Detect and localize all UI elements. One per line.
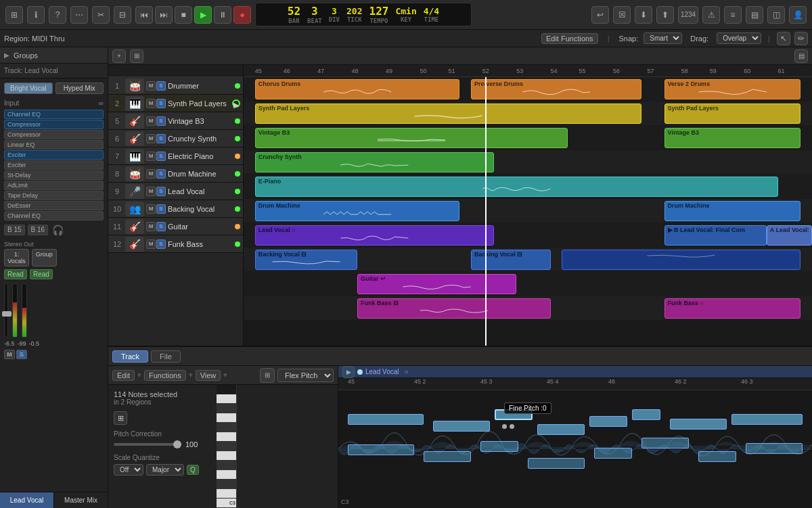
clip-backing-vocal-3[interactable] xyxy=(562,250,800,270)
tab-lead-vocal[interactable]: Lead Vocal xyxy=(0,492,54,508)
record-btn[interactable]: ● xyxy=(233,6,251,24)
track-name-funk-bass[interactable]: Funk Bass xyxy=(168,240,233,248)
help-btn[interactable]: ? xyxy=(49,6,66,24)
piano-key-gb3[interactable] xyxy=(217,480,236,489)
b3-mute-btn[interactable]: M xyxy=(146,116,156,126)
flex-note-14[interactable] xyxy=(641,438,689,448)
apple-menu-btn[interactable]: ⊞ xyxy=(5,6,23,24)
scale-off-select[interactable]: Off xyxy=(114,464,143,476)
add-track-btn[interactable]: + xyxy=(112,49,126,63)
clip-synth-pad-2[interactable]: Synth Pad Layers xyxy=(664,103,801,124)
clip-lead-vocal-3[interactable]: A Lead Vocal: Final Co xyxy=(767,225,812,246)
crunchy-mute-btn[interactable]: M xyxy=(146,134,156,143)
send-b16[interactable]: B 16 xyxy=(28,225,49,235)
group-btn[interactable]: Group xyxy=(32,249,57,267)
flex-note-16[interactable] xyxy=(746,443,803,454)
pause-btn[interactable]: ⏸ xyxy=(214,6,231,24)
bottom-functions-btn[interactable]: Functions xyxy=(144,370,186,381)
settings-btn[interactable]: 👤 xyxy=(789,6,807,24)
channel-name-btn[interactable]: Bright Vocal xyxy=(4,83,53,94)
groups-row[interactable]: ▶ Groups xyxy=(0,47,108,64)
epiano-solo-btn[interactable]: S xyxy=(156,152,166,161)
drum-mute-btn[interactable]: M xyxy=(146,169,156,179)
flex-note-1[interactable] xyxy=(348,414,424,425)
send-b15[interactable]: B 15 xyxy=(4,225,25,235)
flex-note-9[interactable] xyxy=(348,444,414,455)
plugin-st-delay[interactable]: St-Delay xyxy=(4,170,104,180)
crunchy-solo-btn[interactable]: S xyxy=(156,134,166,143)
epiano-mute-btn[interactable]: M xyxy=(146,152,156,161)
rewind-btn[interactable]: ⏮ xyxy=(135,6,153,24)
track-name-lead-vocal[interactable]: Lead Vocal xyxy=(168,187,233,195)
flex-note-7[interactable] xyxy=(670,419,727,430)
track-options-btn[interactable]: ⊞ xyxy=(130,49,143,63)
clip-funk-bass-1[interactable]: Funk Bass ⊟ xyxy=(357,298,551,319)
clip-lead-vocal-1[interactable]: Lead Vocal ○ xyxy=(255,225,494,246)
track-name-crunchy-synth[interactable]: Crunchy Synth xyxy=(168,135,233,143)
piano-key-d4[interactable] xyxy=(217,413,236,423)
pitch-dot-1[interactable] xyxy=(502,424,507,429)
tab-file[interactable]: File xyxy=(151,350,181,363)
flex-mode-select[interactable]: Flex Pitch xyxy=(277,369,334,382)
fader-read-btn[interactable]: Read xyxy=(4,269,27,279)
list-btn[interactable]: ▤ xyxy=(746,6,763,24)
plugin-channel-eq[interactable]: Channel EQ xyxy=(4,110,104,119)
piano-key-c4[interactable] xyxy=(217,432,236,442)
edit-functions-top[interactable]: Edit Functions xyxy=(541,33,598,44)
piano-key-b3[interactable] xyxy=(217,442,236,451)
scale-major-select[interactable]: Major xyxy=(146,464,184,476)
piano-key-g3[interactable] xyxy=(217,470,236,480)
flex-note-4[interactable] xyxy=(537,424,585,435)
flex-note-5[interactable] xyxy=(589,416,627,427)
track-name-guitar[interactable]: Guitar xyxy=(168,223,233,231)
flex-note-13[interactable] xyxy=(594,448,632,459)
clip-preverse-drums[interactable]: Pre-verse Drums xyxy=(471,79,641,99)
b3-solo-btn[interactable]: S xyxy=(156,116,166,126)
tab-track[interactable]: Track xyxy=(112,350,148,363)
piano-key-eb4[interactable] xyxy=(217,404,236,413)
drag-select[interactable]: Overlap xyxy=(717,32,761,44)
customize-btn[interactable]: ⋯ xyxy=(70,6,88,24)
clip-drum-machine-2[interactable]: Drum Machine xyxy=(664,201,801,221)
mixer-s-btn[interactable]: S xyxy=(16,350,27,359)
clip-lead-vocal-2[interactable]: ▶ B Lead Vocal: Final Com xyxy=(664,225,767,246)
plugin-compressor2[interactable]: Compressor xyxy=(4,130,104,139)
note-snap-btn[interactable]: ⊞ xyxy=(114,411,127,425)
piano-key-ab3[interactable] xyxy=(217,461,236,470)
piano-key-a3[interactable] xyxy=(217,451,236,461)
plugin-exciter2[interactable]: Exciter xyxy=(4,160,104,170)
share-btn[interactable]: ⬆ xyxy=(656,6,674,24)
view-options-btn[interactable]: ≡ xyxy=(724,6,742,24)
clip-verse2-drums[interactable]: Verse 2 Drums xyxy=(664,79,801,99)
bottom-edit-btn[interactable]: Edit xyxy=(112,370,135,381)
guitar-mute-btn[interactable]: M xyxy=(146,222,156,231)
lead-solo-btn[interactable]: S xyxy=(156,187,166,196)
flex-mode-icon[interactable]: ⊞ xyxy=(260,368,275,383)
track-name-drum-machine[interactable]: Drum Machine xyxy=(168,170,233,178)
track-name-backing-vocal[interactable]: Backing Vocal xyxy=(168,205,233,213)
clip-epiano[interactable]: E-Piano xyxy=(255,177,778,197)
plugin-linear-eq[interactable]: Linear EQ xyxy=(4,140,104,149)
tool-select-btn[interactable]: ↖ xyxy=(777,32,790,45)
lead-mute-btn[interactable]: M xyxy=(146,187,156,196)
flex-note-6[interactable] xyxy=(632,409,660,420)
fast-forward-btn[interactable]: ⏭ xyxy=(155,6,173,24)
pitch-dot-2[interactable] xyxy=(510,424,514,429)
piano-key-c3[interactable]: C3 xyxy=(217,499,236,508)
drummer-solo-btn[interactable]: S xyxy=(156,81,166,91)
flex-note-3[interactable] xyxy=(495,409,533,420)
scale-q-btn[interactable]: Q xyxy=(187,465,199,475)
pitch-correction-slider[interactable] xyxy=(114,443,181,446)
fader-read-btn2[interactable]: Read xyxy=(30,269,53,279)
flex-note-10[interactable] xyxy=(424,451,471,462)
play-btn[interactable]: ▶ xyxy=(194,6,212,24)
mixer-icon[interactable]: ⊟ xyxy=(114,6,131,24)
track-name-electric-piano[interactable]: Electric Piano xyxy=(168,152,233,160)
mixer-m-btn[interactable]: M xyxy=(4,350,15,359)
clip-backing-vocal-2[interactable]: Backing Vocal ⊟ xyxy=(471,250,551,270)
flex-note-11[interactable] xyxy=(480,441,518,452)
track-name-synth-pad[interactable]: Synth Pad Layers xyxy=(168,99,230,108)
channel-name2-btn[interactable]: Hyped Mix xyxy=(55,83,104,94)
guitar-solo-btn[interactable]: S xyxy=(156,222,166,231)
clip-vintage-b3-2[interactable]: Vintage B3 xyxy=(664,128,801,148)
